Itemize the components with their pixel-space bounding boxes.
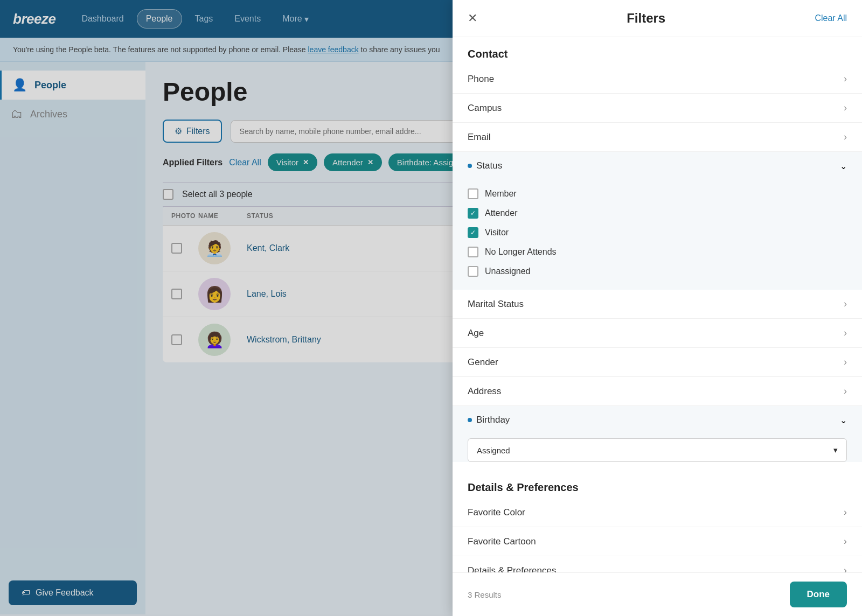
filter-close-button[interactable]: ✕ bbox=[468, 11, 477, 25]
status-option-attender[interactable]: Attender bbox=[468, 204, 847, 223]
filter-row-phone[interactable]: Phone › bbox=[453, 65, 862, 94]
status-option-no-longer-attends[interactable]: No Longer Attends bbox=[468, 242, 847, 262]
filter-panel: ✕ Filters Clear All Contact Phone › Camp… bbox=[453, 0, 862, 616]
status-option-visitor[interactable]: Visitor bbox=[468, 223, 847, 242]
done-button[interactable]: Done bbox=[790, 582, 847, 607]
filter-panel-body: Contact Phone › Campus › Email › Status … bbox=[453, 37, 862, 572]
filter-row-favorite-cartoon[interactable]: Favorite Cartoon › bbox=[453, 527, 862, 556]
birthday-dropdown[interactable]: Assigned ▾ bbox=[468, 438, 847, 462]
filter-row-marital-status[interactable]: Marital Status › bbox=[453, 290, 862, 319]
chevron-down-icon: ⌄ bbox=[840, 161, 847, 171]
status-checkbox-visitor[interactable] bbox=[468, 227, 478, 238]
status-checkbox-attender[interactable] bbox=[468, 208, 478, 219]
filter-row-campus[interactable]: Campus › bbox=[453, 94, 862, 123]
filter-row-details-preferences[interactable]: Details & Preferences › bbox=[453, 556, 862, 572]
filter-section-details-title: Details & Preferences bbox=[453, 471, 862, 498]
status-checkbox-unassigned[interactable] bbox=[468, 266, 478, 277]
filter-status-options: Member Attender Visitor No Longer Attend… bbox=[453, 180, 862, 290]
filter-row-gender[interactable]: Gender › bbox=[453, 348, 862, 377]
status-checkbox-no-longer-attends[interactable] bbox=[468, 247, 478, 257]
filter-status-section: Status ⌄ Member Attender Visitor bbox=[453, 152, 862, 290]
filter-panel-footer: 3 Results Done bbox=[453, 572, 862, 616]
dropdown-chevron-icon: ▾ bbox=[833, 445, 838, 455]
chevron-right-icon: › bbox=[844, 73, 847, 85]
filter-birthday-section: Birthday ⌄ Assigned ▾ bbox=[453, 406, 862, 462]
chevron-right-icon: › bbox=[844, 327, 847, 339]
filter-birthday-header[interactable]: Birthday ⌄ bbox=[453, 406, 862, 434]
filter-row-address[interactable]: Address › bbox=[453, 377, 862, 406]
chevron-right-icon: › bbox=[844, 507, 847, 518]
status-active-dot bbox=[468, 164, 472, 168]
filter-panel-header: ✕ Filters Clear All bbox=[453, 0, 862, 37]
chevron-right-icon: › bbox=[844, 356, 847, 368]
filter-row-email[interactable]: Email › bbox=[453, 123, 862, 152]
chevron-right-icon: › bbox=[844, 131, 847, 143]
chevron-down-icon: ⌄ bbox=[840, 415, 847, 425]
status-option-unassigned[interactable]: Unassigned bbox=[468, 262, 847, 281]
chevron-right-icon: › bbox=[844, 565, 847, 572]
status-option-member[interactable]: Member bbox=[468, 184, 847, 204]
filter-panel-title: Filters bbox=[627, 11, 665, 26]
birthday-active-dot bbox=[468, 418, 472, 422]
status-checkbox-member[interactable] bbox=[468, 188, 478, 199]
results-count: 3 Results bbox=[468, 590, 502, 599]
chevron-right-icon: › bbox=[844, 298, 847, 310]
chevron-right-icon: › bbox=[844, 536, 847, 547]
chevron-right-icon: › bbox=[844, 386, 847, 397]
filter-row-age[interactable]: Age › bbox=[453, 319, 862, 348]
filter-row-favorite-color[interactable]: Favorite Color › bbox=[453, 498, 862, 527]
filter-section-contact-title: Contact bbox=[453, 37, 862, 65]
filter-status-header[interactable]: Status ⌄ bbox=[453, 152, 862, 180]
chevron-right-icon: › bbox=[844, 102, 847, 114]
filter-panel-clear-all[interactable]: Clear All bbox=[815, 13, 847, 23]
